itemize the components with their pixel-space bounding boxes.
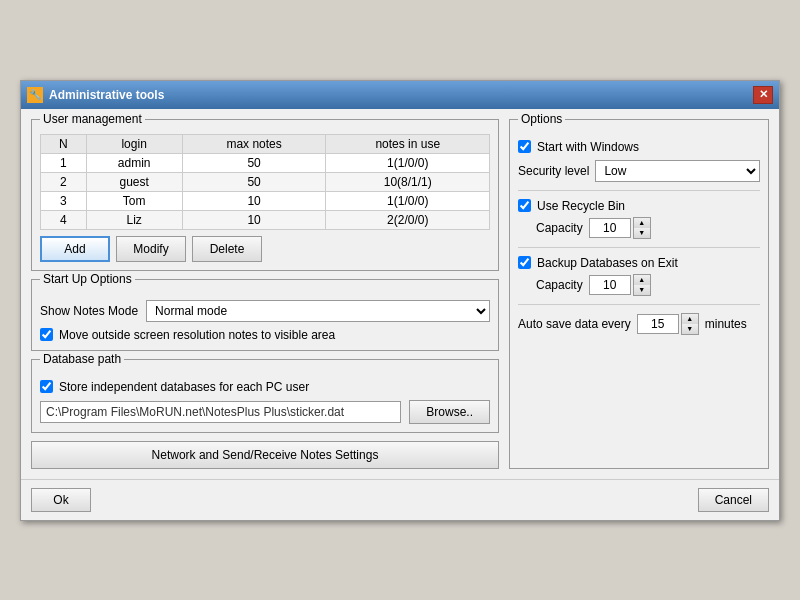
backup-capacity-label: Capacity — [536, 278, 583, 292]
cell-n: 2 — [41, 172, 87, 191]
use-recycle-bin-label: Use Recycle Bin — [537, 199, 625, 213]
cell-max-notes: 50 — [182, 172, 326, 191]
user-table: N login max notes notes in use 1 admin 5… — [40, 134, 490, 230]
backup-capacity-down[interactable]: ▼ — [634, 285, 650, 295]
footer: Ok Cancel — [21, 479, 779, 520]
auto-save-down[interactable]: ▼ — [682, 324, 698, 334]
user-management-label: User management — [40, 112, 145, 126]
cell-notes-in-use: 2(2/0/0) — [326, 210, 490, 229]
cell-max-notes: 10 — [182, 210, 326, 229]
app-icon: 🔧 — [27, 87, 43, 103]
col-notes-in-use: notes in use — [326, 134, 490, 153]
cancel-button[interactable]: Cancel — [698, 488, 769, 512]
cell-notes-in-use: 1(1/0/0) — [326, 191, 490, 210]
col-n: N — [41, 134, 87, 153]
cell-n: 1 — [41, 153, 87, 172]
cell-login: guest — [86, 172, 182, 191]
start-with-windows-row: Start with Windows — [518, 140, 760, 154]
store-independent-label: Store independent databases for each PC … — [59, 380, 309, 394]
ok-button[interactable]: Ok — [31, 488, 91, 512]
show-notes-label: Show Notes Mode — [40, 304, 138, 318]
auto-save-up[interactable]: ▲ — [682, 314, 698, 324]
backup-capacity-spinner-btns: ▲ ▼ — [633, 274, 651, 296]
backup-capacity-spinner: ▲ ▼ — [589, 274, 651, 296]
security-level-row: Security level Low Medium High — [518, 160, 760, 182]
path-row: Browse.. — [40, 400, 490, 424]
col-max-notes: max notes — [182, 134, 326, 153]
security-level-select[interactable]: Low Medium High — [595, 160, 760, 182]
options-label: Options — [518, 112, 565, 126]
window-title: Administrative tools — [49, 88, 164, 102]
backup-db-row: Backup Databases on Exit — [518, 256, 760, 270]
recycle-capacity-row: Capacity ▲ ▼ — [518, 217, 760, 239]
cell-login: admin — [86, 153, 182, 172]
table-row[interactable]: 4 Liz 10 2(2/0/0) — [41, 210, 490, 229]
user-management-group: User management N login max notes notes … — [31, 119, 499, 271]
recycle-capacity-input[interactable] — [589, 218, 631, 238]
right-panel: Options Start with Windows Security leve… — [509, 119, 769, 469]
security-level-label: Security level — [518, 164, 589, 178]
cell-login: Tom — [86, 191, 182, 210]
cell-max-notes: 10 — [182, 191, 326, 210]
backup-db-checkbox[interactable] — [518, 256, 531, 269]
move-outside-row: Move outside screen resolution notes to … — [40, 328, 490, 342]
user-button-row: Add Modify Delete — [40, 236, 490, 262]
close-button[interactable]: ✕ — [753, 86, 773, 104]
network-button[interactable]: Network and Send/Receive Notes Settings — [31, 441, 499, 469]
modify-button[interactable]: Modify — [116, 236, 186, 262]
move-outside-label: Move outside screen resolution notes to … — [59, 328, 335, 342]
show-notes-select[interactable]: Normal mode Minimized Hidden — [146, 300, 490, 322]
auto-save-label: Auto save data every — [518, 317, 631, 331]
recycle-capacity-down[interactable]: ▼ — [634, 228, 650, 238]
use-recycle-bin-row: Use Recycle Bin — [518, 199, 760, 213]
auto-save-spinner: ▲ ▼ — [637, 313, 699, 335]
use-recycle-bin-checkbox[interactable] — [518, 199, 531, 212]
browse-button[interactable]: Browse.. — [409, 400, 490, 424]
cell-notes-in-use: 10(8/1/1) — [326, 172, 490, 191]
startup-options-label: Start Up Options — [40, 272, 135, 286]
database-path-group: Database path Store independent database… — [31, 359, 499, 433]
cell-n: 4 — [41, 210, 87, 229]
window-body: User management N login max notes notes … — [21, 109, 779, 479]
show-notes-row: Show Notes Mode Normal mode Minimized Hi… — [40, 300, 490, 322]
col-login: login — [86, 134, 182, 153]
start-with-windows-label: Start with Windows — [537, 140, 639, 154]
add-button[interactable]: Add — [40, 236, 110, 262]
auto-save-unit: minutes — [705, 317, 747, 331]
table-row[interactable]: 1 admin 50 1(1/0/0) — [41, 153, 490, 172]
title-bar-left: 🔧 Administrative tools — [27, 87, 164, 103]
recycle-capacity-up[interactable]: ▲ — [634, 218, 650, 228]
table-row[interactable]: 2 guest 50 10(8/1/1) — [41, 172, 490, 191]
table-row[interactable]: 3 Tom 10 1(1/0/0) — [41, 191, 490, 210]
options-group: Options Start with Windows Security leve… — [509, 119, 769, 469]
backup-capacity-input[interactable] — [589, 275, 631, 295]
delete-button[interactable]: Delete — [192, 236, 262, 262]
cell-n: 3 — [41, 191, 87, 210]
auto-save-row: Auto save data every ▲ ▼ minutes — [518, 313, 760, 335]
title-bar: 🔧 Administrative tools ✕ — [21, 81, 779, 109]
startup-options-group: Start Up Options Show Notes Mode Normal … — [31, 279, 499, 351]
store-independent-checkbox[interactable] — [40, 380, 53, 393]
cell-notes-in-use: 1(1/0/0) — [326, 153, 490, 172]
start-with-windows-checkbox[interactable] — [518, 140, 531, 153]
main-window: 🔧 Administrative tools ✕ User management… — [20, 80, 780, 521]
backup-capacity-up[interactable]: ▲ — [634, 275, 650, 285]
cell-login: Liz — [86, 210, 182, 229]
backup-db-label: Backup Databases on Exit — [537, 256, 678, 270]
db-path-input[interactable] — [40, 401, 401, 423]
auto-save-input[interactable] — [637, 314, 679, 334]
database-path-label: Database path — [40, 352, 124, 366]
auto-save-spinner-btns: ▲ ▼ — [681, 313, 699, 335]
move-outside-checkbox[interactable] — [40, 328, 53, 341]
left-panel: User management N login max notes notes … — [31, 119, 499, 469]
store-independent-row: Store independent databases for each PC … — [40, 380, 490, 394]
recycle-capacity-spinner: ▲ ▼ — [589, 217, 651, 239]
recycle-capacity-spinner-btns: ▲ ▼ — [633, 217, 651, 239]
recycle-capacity-label: Capacity — [536, 221, 583, 235]
cell-max-notes: 50 — [182, 153, 326, 172]
backup-capacity-row: Capacity ▲ ▼ — [518, 274, 760, 296]
